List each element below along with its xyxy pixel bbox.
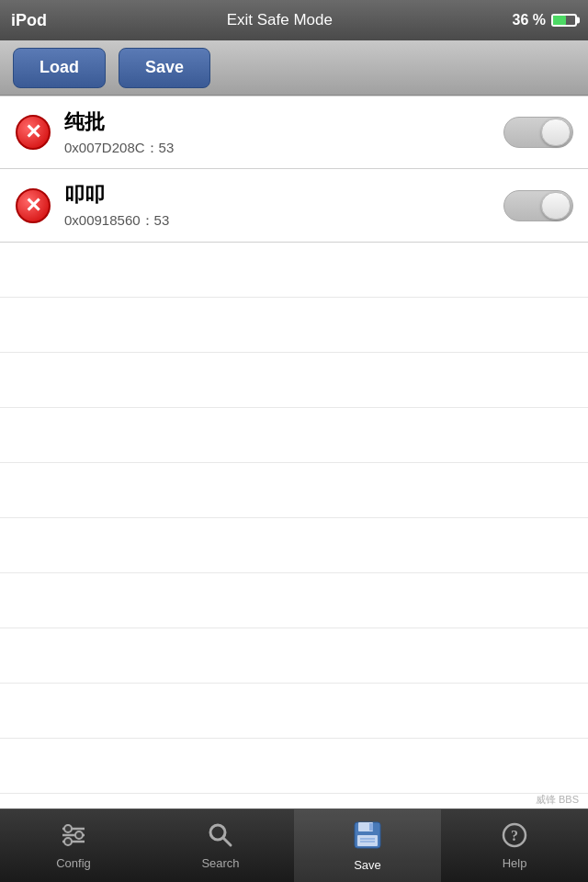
delete-icon-1: ✕ [16, 188, 51, 223]
battery-body [551, 14, 577, 27]
battery-fill [553, 16, 566, 25]
tab-help[interactable]: ? Help [441, 809, 588, 882]
list-item: ✕ 纯批 0x007D208C：53 [0, 96, 588, 169]
battery-percentage: 36 % [513, 12, 546, 28]
tab-config-label: Config [56, 856, 91, 870]
svg-point-5 [64, 838, 72, 845]
empty-row [0, 298, 588, 353]
tab-search[interactable]: Search [147, 809, 294, 882]
empty-row [0, 408, 588, 463]
status-bar: iPod Exit Safe Mode 36 % [0, 0, 588, 40]
save-icon [353, 820, 382, 854]
empty-row [0, 739, 588, 794]
svg-point-1 [64, 825, 72, 832]
svg-rect-10 [369, 823, 373, 831]
empty-row [0, 463, 588, 518]
item-name-1: 叩叩 [64, 181, 503, 209]
toggle-switch-1[interactable] [503, 190, 573, 221]
toggle-knob-1 [541, 192, 571, 220]
empty-row [0, 573, 588, 628]
tab-bar: Config Search [0, 808, 588, 882]
svg-rect-11 [357, 835, 378, 846]
tab-save[interactable]: Save [294, 809, 441, 882]
battery-icon [551, 14, 577, 27]
empty-row [0, 628, 588, 684]
toggle-switch-0[interactable] [503, 117, 573, 148]
delete-button-0[interactable]: ✕ [15, 114, 51, 151]
empty-row [0, 518, 588, 573]
svg-line-7 [223, 838, 231, 845]
toggle-knob-0 [541, 119, 571, 146]
item-address-1: 0x00918560：53 [64, 212, 503, 230]
toolbar: Load Save [0, 40, 588, 96]
status-device-name: iPod [11, 11, 47, 30]
delete-button-1[interactable]: ✕ [15, 187, 51, 224]
svg-text:?: ? [511, 828, 518, 843]
watermark: 威锋 BBS [536, 793, 579, 807]
list-item: ✕ 叩叩 0x00918560：53 [0, 169, 588, 243]
item-address-0: 0x007D208C：53 [64, 140, 503, 157]
tab-help-label: Help [503, 856, 527, 870]
item-info-0: 纯批 0x007D208C：53 [64, 108, 503, 157]
tab-save-label: Save [354, 858, 381, 872]
delete-icon-0: ✕ [16, 115, 51, 150]
item-info-1: 叩叩 0x00918560：53 [64, 181, 503, 230]
search-icon [208, 822, 233, 853]
empty-row [0, 243, 588, 298]
empty-row [0, 353, 588, 408]
status-right-cluster: 36 % [513, 12, 577, 28]
status-title: Exit Safe Mode [227, 11, 333, 29]
save-button[interactable]: Save [119, 48, 210, 88]
watermark-text: 威锋 BBS [536, 793, 579, 807]
config-icon [59, 822, 88, 853]
item-name-0: 纯批 [64, 108, 503, 136]
load-button[interactable]: Load [13, 48, 106, 88]
empty-row [0, 684, 588, 739]
tab-search-label: Search [201, 856, 239, 870]
tab-config[interactable]: Config [0, 809, 147, 882]
content-area: ✕ 纯批 0x007D208C：53 ✕ 叩叩 0x00918560：53 [0, 96, 588, 808]
help-icon: ? [502, 822, 527, 853]
svg-point-3 [75, 831, 83, 839]
